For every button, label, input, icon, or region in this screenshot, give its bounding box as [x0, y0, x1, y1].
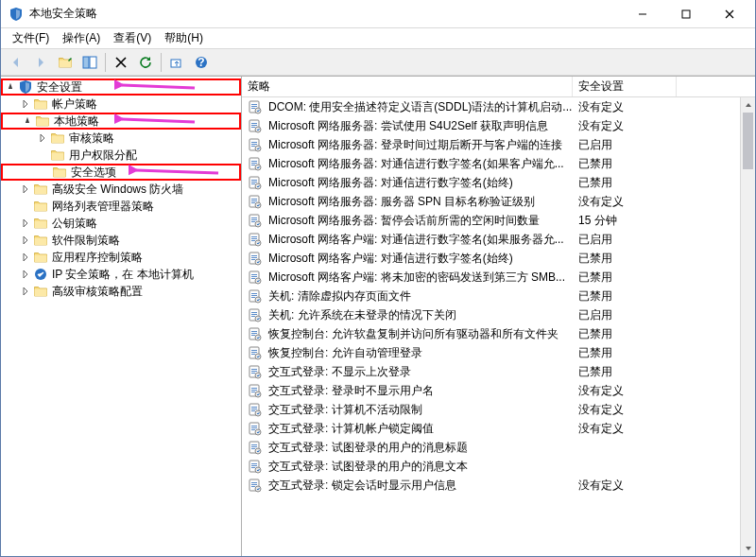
menu-item-0[interactable]: 文件(F) — [7, 28, 55, 48]
folder-icon — [35, 113, 50, 129]
expand-icon[interactable] — [18, 284, 33, 299]
tree-node-root[interactable]: 安全设置 — [1, 78, 241, 96]
refresh-button[interactable] — [134, 51, 157, 74]
help-button[interactable] — [190, 51, 213, 74]
column-header-setting[interactable]: 安全设置 — [573, 77, 677, 96]
policy-row[interactable]: Microsoft 网络客户端: 将未加密的密码发送到第三方 SMB...已禁用 — [242, 268, 755, 287]
policy-row[interactable]: 交互式登录: 锁定会话时显示用户信息没有定义 — [242, 476, 755, 495]
tree-node-pubkey[interactable]: 公钥策略 — [1, 215, 241, 232]
menu-item-2[interactable]: 查看(V) — [108, 28, 157, 48]
policy-row[interactable]: 交互式登录: 登录时不显示用户名没有定义 — [242, 381, 755, 400]
policy-value-cell: 已禁用 — [573, 270, 677, 286]
policy-row[interactable]: Microsoft 网络客户端: 对通信进行数字签名(始终)已禁用 — [242, 249, 755, 268]
scroll-down-button[interactable] — [741, 541, 755, 556]
policy-name: 交互式登录: 不显示上次登录 — [268, 364, 411, 380]
policy-row[interactable]: Microsoft 网络服务器: 尝试使用 S4U2Self 获取声明信息没有定… — [242, 116, 755, 135]
expand-icon[interactable] — [18, 96, 33, 112]
tree-node-netlist[interactable]: 网络列表管理器策略 — [1, 198, 241, 215]
policy-name: 恢复控制台: 允许软盘复制并访问所有驱动器和所有文件夹 — [268, 326, 558, 342]
column-header-policy[interactable]: 策略 — [242, 77, 573, 96]
tree-node-advaudit[interactable]: 高级审核策略配置 — [1, 283, 241, 300]
tree-label: IP 安全策略，在 本地计算机 — [52, 266, 198, 283]
policy-row[interactable]: Microsoft 网络服务器: 对通信进行数字签名(如果客户端允...已禁用 — [242, 154, 755, 173]
policy-row[interactable]: 恢复控制台: 允许软盘复制并访问所有驱动器和所有文件夹已禁用 — [242, 324, 755, 343]
policy-icon — [248, 307, 263, 322]
tree-node-secopt[interactable]: 安全选项 — [1, 164, 241, 181]
scroll-thumb[interactable] — [743, 113, 753, 169]
policy-row[interactable]: Microsoft 网络服务器: 暂停会话前所需的空闲时间数量15 分钟 — [242, 211, 755, 230]
policy-name-cell: Microsoft 网络服务器: 对通信进行数字签名(如果客户端允... — [242, 156, 573, 172]
delete-button[interactable] — [110, 51, 132, 74]
policy-name: 交互式登录: 试图登录的用户的消息文本 — [268, 459, 468, 475]
show-hide-tree-button[interactable] — [78, 51, 101, 74]
menu-item-3[interactable]: 帮助(H) — [159, 28, 209, 48]
policy-icon — [248, 213, 263, 228]
policy-row[interactable]: 交互式登录: 计算机不活动限制没有定义 — [242, 400, 755, 419]
tree-label: 本地策略 — [54, 113, 103, 130]
policy-icon — [248, 288, 263, 304]
back-button[interactable] — [5, 51, 27, 74]
policy-row[interactable]: 交互式登录: 不显示上次登录已禁用 — [242, 362, 755, 381]
svg-rect-10 — [83, 57, 89, 68]
vertical-scrollbar[interactable] — [740, 97, 755, 556]
tree-node-firewall[interactable]: 高级安全 Windows 防火墙 — [1, 181, 241, 198]
expand-icon[interactable] — [18, 182, 33, 197]
collapse-icon[interactable] — [20, 113, 35, 129]
policy-icon — [248, 156, 263, 171]
expand-icon[interactable] — [18, 250, 33, 265]
security-icon — [18, 79, 33, 95]
policy-value-cell: 已禁用 — [573, 156, 677, 172]
export-list-button[interactable] — [165, 51, 188, 74]
policy-row[interactable]: 交互式登录: 试图登录的用户的消息文本 — [242, 457, 755, 476]
policy-name-cell: Microsoft 网络服务器: 尝试使用 S4U2Self 获取声明信息 — [242, 118, 573, 134]
tree-node-swrestrict[interactable]: 软件限制策略 — [1, 232, 241, 249]
forward-button[interactable] — [29, 51, 52, 74]
policy-icon — [248, 175, 263, 190]
expand-icon[interactable] — [35, 131, 50, 146]
policy-row[interactable]: 关机: 允许系统在未登录的情况下关闭已启用 — [242, 305, 755, 324]
tree-node-audit[interactable]: 审核策略 — [1, 130, 241, 147]
policy-row[interactable]: Microsoft 网络服务器: 登录时间过期后断开与客户端的连接已启用 — [242, 135, 755, 154]
tree-node-appctrl[interactable]: 应用程序控制策略 — [1, 249, 241, 266]
policy-row[interactable]: Microsoft 网络服务器: 对通信进行数字签名(始终)已禁用 — [242, 173, 755, 192]
menu-item-1[interactable]: 操作(A) — [57, 28, 106, 48]
list-panel[interactable]: 策略 安全设置 DCOM: 使用安全描述符定义语言(SDDL)语法的计算机启动.… — [242, 77, 755, 556]
expand-icon[interactable] — [18, 267, 33, 282]
policy-icon — [248, 232, 263, 247]
folder-icon — [33, 233, 48, 248]
tree-node-local[interactable]: 本地策略 — [1, 113, 241, 130]
policy-name-cell: 交互式登录: 试图登录的用户的消息标题 — [242, 440, 573, 456]
tree-panel[interactable]: 安全设置帐户策略本地策略审核策略用户权限分配安全选项高级安全 Windows 防… — [1, 77, 242, 556]
up-button[interactable] — [54, 51, 77, 74]
tree-node-rights[interactable]: 用户权限分配 — [1, 147, 241, 164]
scroll-up-button[interactable] — [741, 97, 755, 113]
policy-row[interactable]: Microsoft 网络服务器: 服务器 SPN 目标名称验证级别没有定义 — [242, 192, 755, 211]
policy-row[interactable]: DCOM: 使用安全描述符定义语言(SDDL)语法的计算机启动...没有定义 — [242, 97, 755, 116]
expand-icon[interactable] — [18, 216, 33, 231]
policy-row[interactable]: 交互式登录: 计算机帐户锁定阈值没有定义 — [242, 419, 755, 438]
policy-row[interactable]: 关机: 清除虚拟内存页面文件已禁用 — [242, 287, 755, 305]
policy-icon — [248, 440, 263, 455]
policy-name: 关机: 清除虚拟内存页面文件 — [268, 288, 411, 305]
tree-node-account[interactable]: 帐户策略 — [1, 96, 241, 113]
policy-icon — [248, 421, 263, 436]
content-area: 安全设置帐户策略本地策略审核策略用户权限分配安全选项高级安全 Windows 防… — [1, 76, 755, 556]
policy-value-cell: 已禁用 — [573, 326, 677, 342]
tree-node-ipsec[interactable]: IP 安全策略，在 本地计算机 — [1, 266, 241, 283]
scroll-track[interactable] — [741, 113, 755, 541]
policy-icon — [248, 345, 263, 360]
collapse-icon[interactable] — [3, 79, 18, 95]
expand-icon[interactable] — [18, 233, 33, 248]
policy-name-cell: DCOM: 使用安全描述符定义语言(SDDL)语法的计算机启动... — [242, 99, 573, 115]
policy-name: Microsoft 网络服务器: 对通信进行数字签名(如果客户端允... — [268, 156, 564, 172]
tree-label: 应用程序控制策略 — [52, 249, 146, 266]
policy-icon — [248, 383, 263, 398]
policy-value-cell: 已启用 — [573, 137, 677, 153]
policy-row[interactable]: 恢复控制台: 允许自动管理登录已禁用 — [242, 343, 755, 362]
policy-row[interactable]: Microsoft 网络客户端: 对通信进行数字签名(如果服务器允...已启用 — [242, 230, 755, 249]
maximize-button[interactable] — [664, 0, 708, 28]
policy-name: DCOM: 使用安全描述符定义语言(SDDL)语法的计算机启动... — [268, 99, 572, 115]
minimize-button[interactable] — [621, 0, 664, 28]
policy-row[interactable]: 交互式登录: 试图登录的用户的消息标题 — [242, 438, 755, 457]
close-button[interactable] — [708, 0, 751, 28]
